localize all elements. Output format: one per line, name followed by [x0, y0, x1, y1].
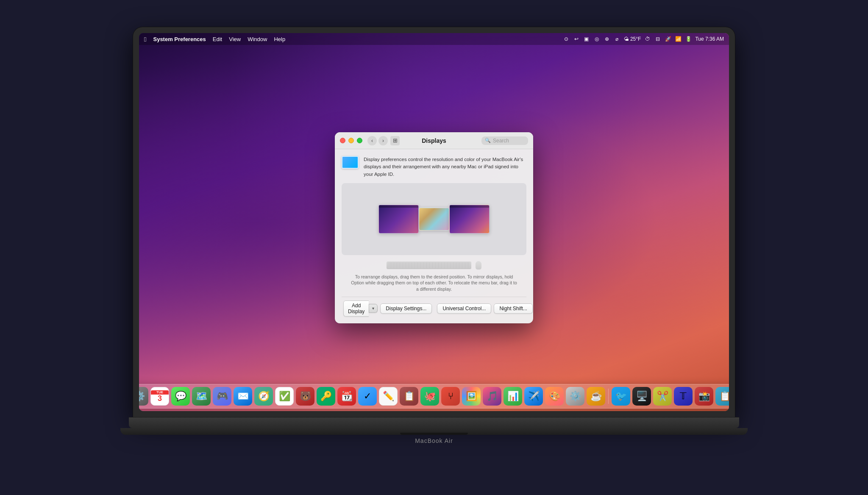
dock-area: 😊 ⚙️ TUE 3 💬 🗺️ 🎮 ✉️ 🧭 ✅ 🐻 🔑 📆 ✓: [139, 384, 729, 409]
add-display-chevron[interactable]: ▾: [369, 304, 378, 313]
clock-icon[interactable]: ⏱: [644, 36, 651, 42]
dock-item-photos[interactable]: 🖼️: [462, 387, 481, 406]
time-display: Tue 7:36 AM: [695, 36, 724, 42]
dock-item-maps[interactable]: 🗺️: [192, 387, 211, 406]
display-thumb-left[interactable]: [378, 205, 419, 234]
dock-separator: [608, 389, 609, 404]
focusmode-icon[interactable]: ⊕: [604, 36, 610, 42]
info-text: Display preferences control the resoluti…: [364, 156, 526, 178]
search-box[interactable]: 🔍 Search: [481, 136, 528, 145]
dock-item-testflight[interactable]: ✈️: [524, 387, 543, 406]
thumb-menubar-left: [379, 205, 418, 208]
menu-view[interactable]: View: [229, 36, 241, 42]
dock-item-fantastical[interactable]: 📆: [337, 387, 356, 406]
display-icon: [342, 156, 359, 169]
dock-item-mail[interactable]: ✉️: [234, 387, 252, 406]
search-icon: 🔍: [485, 138, 491, 143]
siri-icon[interactable]: ⌀: [614, 36, 620, 42]
dock-item-messages[interactable]: 💬: [171, 387, 190, 406]
search-placeholder: Search: [493, 138, 509, 144]
dock-item-music[interactable]: 🎵: [483, 387, 501, 406]
dock: 😊 ⚙️ TUE 3 💬 🗺️ 🎮 ✉️ 🧭 ✅ 🐻 🔑 📆 ✓: [139, 384, 729, 409]
dock-item-bear[interactable]: 🐻: [296, 387, 314, 406]
add-display-group: Add Display ▾: [343, 300, 378, 317]
dock-item-twitter[interactable]: 🐦: [612, 387, 630, 406]
dock-item-vectorize[interactable]: 🎨: [545, 387, 564, 406]
display-thumb-center[interactable]: [419, 208, 449, 231]
displays-window: ‹ › ⊞ Displays 🔍 Search Display preferen…: [335, 132, 533, 323]
maximize-button[interactable]: [357, 138, 362, 143]
dock-item-calendar[interactable]: TUE 3: [150, 387, 169, 406]
dock-item-popclip[interactable]: ✂️: [653, 387, 672, 406]
dock-item-gitup[interactable]: ⑂: [441, 387, 460, 406]
rocket-icon[interactable]: 🚀: [665, 36, 671, 42]
app-name[interactable]: System Preferences: [153, 36, 206, 42]
info-section: Display preferences control the resoluti…: [342, 156, 526, 178]
menu-help[interactable]: Help: [274, 36, 285, 42]
desktop:  System Preferences Edit View Window He…: [139, 33, 729, 411]
dock-item-system-prefs[interactable]: ⚙️: [139, 387, 148, 406]
close-button[interactable]: [340, 138, 345, 143]
hint-text: To rearrange displays, drag them to the …: [342, 274, 526, 292]
window-toolbar: Add Display ▾ Display Settings... Univer…: [342, 297, 526, 317]
battery-icon[interactable]: 🔋: [685, 36, 692, 42]
dock-item-numbers[interactable]: 📊: [504, 387, 522, 406]
display-thumbnails: [378, 205, 490, 234]
dock-item-amphetamine[interactable]: ☕: [587, 387, 605, 406]
minimize-button[interactable]: [348, 138, 354, 143]
macbook-label: MacBook Air: [120, 437, 748, 444]
dock-item-reminders[interactable]: ✅: [275, 387, 294, 406]
display-thumb-right[interactable]: [449, 205, 490, 234]
timemachine-icon[interactable]: ↩: [573, 36, 580, 42]
menubar:  System Preferences Edit View Window He…: [139, 33, 729, 45]
traffic-lights: [340, 138, 362, 143]
dock-item-discord[interactable]: 🎮: [213, 387, 231, 406]
forward-button[interactable]: ›: [378, 136, 388, 145]
display-settings-button[interactable]: Display Settings...: [380, 303, 432, 314]
window-title: Displays: [422, 137, 446, 144]
macbook-chin: [120, 428, 748, 435]
thumb-menubar-right: [450, 205, 489, 208]
dock-item-craft[interactable]: ✏️: [379, 387, 398, 406]
macbook-bottom: [129, 417, 739, 428]
display-icon-menubar[interactable]: ⊟: [654, 36, 661, 42]
dock-item-pastebot[interactable]: 📋: [715, 387, 729, 406]
mouse-image: [476, 261, 481, 270]
dock-item-gitkraken[interactable]: 🐙: [420, 387, 439, 406]
dock-item-prefs[interactable]: ⚙️: [566, 387, 584, 406]
macbook-outer:  System Preferences Edit View Window He…: [120, 27, 748, 468]
dock-item-maps2[interactable]: 🧭: [254, 387, 273, 406]
grid-view-button[interactable]: ⊞: [390, 136, 400, 145]
menu-window[interactable]: Window: [248, 36, 267, 42]
dock-item-things[interactable]: ✓: [358, 387, 377, 406]
menubar-right: ⊙ ↩ ▣ ◎ ⊕ ⌀ 🌤 25°F ⏱ ⊟ 🚀 📶 🔋 Tue 7:36 AM: [563, 36, 724, 42]
dock-item-1password[interactable]: 🔑: [317, 387, 335, 406]
weather-widget[interactable]: 🌤 25°F: [624, 36, 641, 42]
keyboard-image: [387, 261, 471, 269]
weather-temp: 25°F: [630, 36, 641, 42]
airdrop-icon[interactable]: ⊙: [563, 36, 570, 42]
apple-menu[interactable]: : [144, 36, 146, 43]
dock-item-textsoap[interactable]: 𝕋: [674, 387, 693, 406]
add-display-button[interactable]: Add Display: [343, 300, 369, 317]
wifi-icon[interactable]: 📶: [675, 36, 682, 42]
back-button[interactable]: ‹: [367, 136, 377, 145]
universal-control-button[interactable]: Universal Control...: [437, 303, 491, 314]
weather-icon: 🌤: [624, 36, 629, 42]
titlebar-nav: ‹ ›: [367, 136, 388, 145]
dock-item-screenium[interactable]: 📸: [695, 387, 713, 406]
findmy-icon[interactable]: ◎: [593, 36, 600, 42]
arrangement-area[interactable]: [342, 183, 526, 255]
menu-edit[interactable]: Edit: [213, 36, 222, 42]
keyboard-area: [342, 259, 526, 271]
screen-bezel:  System Preferences Edit View Window He…: [133, 27, 735, 417]
window-content: Display preferences control the resoluti…: [335, 149, 533, 323]
menubar-left:  System Preferences Edit View Window He…: [144, 36, 285, 43]
window-titlebar: ‹ › ⊞ Displays 🔍 Search: [335, 132, 533, 149]
dock-item-sidebar[interactable]: 📋: [400, 387, 418, 406]
screen-icon[interactable]: ▣: [583, 36, 590, 42]
night-shift-button[interactable]: Night Shift...: [494, 303, 532, 314]
dock-item-monitor[interactable]: 🖥️: [632, 387, 651, 406]
